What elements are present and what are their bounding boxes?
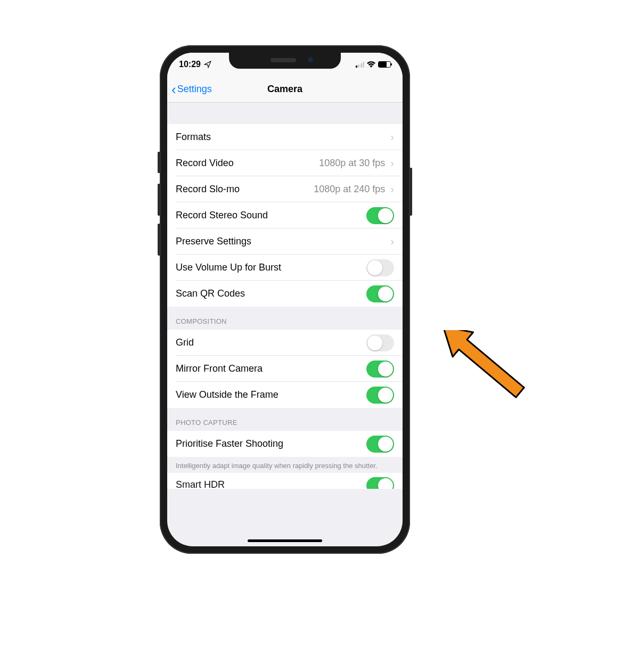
row-label: Grid <box>176 337 366 348</box>
row-label: Record Video <box>176 158 319 169</box>
back-label: Settings <box>177 84 212 95</box>
row-label: Record Slo-mo <box>176 184 314 195</box>
row-mirror-front-camera: Mirror Front Camera <box>167 356 403 382</box>
row-label: Formats <box>176 132 390 143</box>
row-label: Mirror Front Camera <box>176 363 366 374</box>
toggle-smart-hdr[interactable] <box>366 477 394 489</box>
row-label: Use Volume Up for Burst <box>176 262 366 273</box>
device-notch <box>229 53 341 69</box>
annotation-arrow-icon <box>421 330 543 405</box>
toggle-stereo-sound[interactable] <box>366 207 394 224</box>
chevron-right-icon: › <box>390 131 394 143</box>
toggle-grid[interactable] <box>366 334 394 351</box>
cellular-icon <box>356 62 365 68</box>
row-label: Prioritise Faster Shooting <box>176 438 366 449</box>
row-value: 1080p at 240 fps <box>314 184 385 195</box>
device-screen: 10:29 ‹ Settings Camera <box>167 53 403 546</box>
back-button[interactable]: ‹ Settings <box>171 83 212 96</box>
row-record-slomo[interactable]: Record Slo-mo 1080p at 240 fps › <box>167 176 403 202</box>
toggle-scan-qr[interactable] <box>366 285 394 302</box>
location-icon <box>204 61 211 68</box>
row-record-video[interactable]: Record Video 1080p at 30 fps › <box>167 150 403 176</box>
row-formats[interactable]: Formats › <box>167 124 403 150</box>
chevron-right-icon: › <box>390 157 394 169</box>
chevron-right-icon: › <box>390 235 394 248</box>
phone-device-frame: 10:29 ‹ Settings Camera <box>160 45 410 554</box>
battery-icon <box>378 61 391 68</box>
row-label: Record Stereo Sound <box>176 210 366 221</box>
nav-bar: ‹ Settings Camera <box>167 76 403 103</box>
row-volume-burst: Use Volume Up for Burst <box>167 255 403 281</box>
row-label: Smart HDR <box>176 479 366 489</box>
toggle-view-outside-frame[interactable] <box>366 387 394 404</box>
row-label: Preserve Settings <box>176 236 390 247</box>
svg-marker-0 <box>432 330 530 405</box>
chevron-right-icon: › <box>390 183 394 195</box>
row-label: Scan QR Codes <box>176 288 366 299</box>
page-title: Camera <box>267 84 302 95</box>
row-scan-qr: Scan QR Codes <box>167 281 403 307</box>
row-label: View Outside the Frame <box>176 389 366 400</box>
home-indicator[interactable] <box>248 539 322 542</box>
status-time: 10:29 <box>179 60 201 69</box>
wifi-icon <box>367 61 375 68</box>
settings-content[interactable]: Formats › Record Video 1080p at 30 fps ›… <box>167 103 403 546</box>
row-stereo-sound: Record Stereo Sound <box>167 202 403 228</box>
section-header-photo-capture: PHOTO CAPTURE <box>167 408 403 431</box>
row-view-outside-frame: View Outside the Frame <box>167 382 403 408</box>
toggle-volume-burst[interactable] <box>366 259 394 276</box>
section-footer: Intelligently adapt image quality when r… <box>167 457 403 473</box>
row-prioritise-faster: Prioritise Faster Shooting <box>167 431 403 457</box>
row-preserve-settings[interactable]: Preserve Settings › <box>167 228 403 255</box>
row-value: 1080p at 30 fps <box>319 158 385 169</box>
chevron-left-icon: ‹ <box>171 83 176 96</box>
toggle-prioritise-faster[interactable] <box>366 436 394 453</box>
section-header-composition: COMPOSITION <box>167 307 403 330</box>
toggle-mirror-front-camera[interactable] <box>366 360 394 378</box>
row-grid: Grid <box>167 330 403 356</box>
row-smart-hdr: Smart HDR <box>167 473 403 489</box>
